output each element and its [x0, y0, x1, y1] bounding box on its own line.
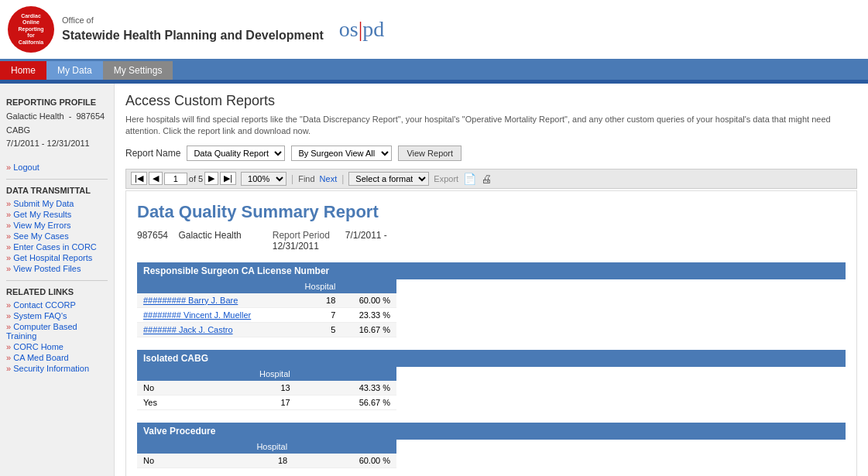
table-row: ######### Barry J. Bare 18 60.00 %	[137, 293, 396, 308]
cabg-row1-label: No	[137, 381, 197, 396]
surgeon-row2-pct: 23.33 %	[341, 307, 396, 322]
report-meta-period: Report Period 7/1/2011 -12/31/2011	[273, 230, 387, 252]
cabg-row2-pct: 56.67 %	[297, 395, 396, 409]
table-row: ######## Vincent J. Mueller 7 23.33 %	[137, 307, 396, 322]
report-section-valve: Valve Procedure Hospital No 18 60	[137, 423, 846, 468]
date-range: 7/1/2011 - 12/31/2011	[6, 139, 90, 148]
sidebar-divider1	[6, 179, 108, 180]
report-content: Data Quality Summary Report 987654 Galac…	[125, 190, 857, 476]
sidebar-link-cbt[interactable]: Computer Based Training	[6, 321, 108, 341]
sidebar-link-view-posted[interactable]: View Posted Files	[6, 263, 108, 274]
hospital-name: Galactic Health	[6, 111, 64, 121]
cabg-row1-pct: 43.33 %	[297, 381, 396, 396]
surgeon-row1-label[interactable]: ######### Barry J. Bare	[137, 293, 288, 308]
toolbar-next-btn[interactable]: ▶	[204, 172, 218, 185]
sidebar-link-errors[interactable]: View My Errors	[6, 220, 108, 231]
sidebar-link-hospital-reports[interactable]: Get Hospital Reports	[6, 252, 108, 263]
valve-col-label	[137, 440, 192, 454]
toolbar-icon2: 🖨	[481, 173, 492, 185]
toolbar-icon1: 📄	[463, 173, 476, 185]
sidebar-link-corc-home[interactable]: CORC Home	[6, 341, 108, 352]
report-name-select[interactable]: Data Quality Report	[187, 146, 285, 161]
logout-link[interactable]: Logout	[6, 162, 108, 173]
surgeon-row3-hospital: 5	[288, 322, 342, 337]
related-links-title: RELATED LINKS	[6, 287, 108, 296]
table-row: Yes 17 56.67 %	[137, 395, 396, 409]
logo-area: CardiacOnlineReportingforCalifornia Offi…	[8, 6, 384, 53]
valve-row1-hospital: 18	[192, 454, 293, 468]
surgeon-row3-pct: 16.67 %	[341, 322, 396, 337]
toolbar-zoom-select[interactable]: 100%	[241, 172, 286, 186]
nav-mysettings[interactable]: My Settings	[103, 61, 173, 80]
cabg-row2-hospital: 17	[197, 395, 297, 409]
oshpd-logo: os|pd	[339, 17, 385, 42]
report-section-cabg: Isolated CABG Hospital No 13 43.3	[137, 350, 846, 410]
table-row: No 13 43.33 %	[137, 381, 396, 396]
report-controls: Report Name Data Quality Report By Surge…	[125, 146, 857, 161]
toolbar-first-btn[interactable]: |◀	[131, 172, 147, 185]
page-desc: Here hospitals will find special reports…	[125, 114, 857, 138]
report-view-select[interactable]: By Surgeon View All	[291, 146, 392, 161]
toolbar-last-btn[interactable]: ▶|	[220, 172, 236, 185]
sidebar-link-faq[interactable]: System FAQ's	[6, 310, 108, 321]
sidebar-profile-info: Galactic Health - 987654 CABG 7/1/2011 -…	[6, 110, 108, 151]
content-area: Access Custom Reports Here hospitals wil…	[115, 84, 868, 476]
sidebar-link-contact[interactable]: Contact CCORP	[6, 300, 108, 310]
report-name-label: Report Name	[125, 148, 180, 159]
surgeon-col-label	[137, 279, 288, 293]
navbar: Home My Data My Settings	[0, 61, 868, 80]
cabg-row1-hospital: 13	[197, 381, 297, 396]
table-row: ####### Jack J. Castro 5 16.67 %	[137, 322, 396, 337]
report-hospital-name: Galactic Health	[178, 230, 241, 241]
section-cabg-title: Isolated CABG	[137, 350, 846, 367]
surgeon-row2-hospital: 7	[288, 307, 342, 322]
surgeon-row2-label[interactable]: ######## Vincent J. Mueller	[137, 307, 288, 322]
cabg-col-label	[137, 367, 197, 381]
toolbar-nav: |◀ ◀ of 5 ▶ ▶|	[131, 172, 236, 185]
toolbar-prev-btn[interactable]: ◀	[149, 172, 163, 185]
report-hospital-id: 987654	[137, 230, 168, 241]
report-section-surgeon: Responsible Surgeon CA License Number Ho…	[137, 262, 846, 337]
cabg-row2-label: Yes	[137, 395, 197, 409]
sidebar-link-results[interactable]: Get My Results	[6, 209, 108, 220]
toolbar-page-total: of 5	[189, 174, 203, 183]
sidebar-link-security[interactable]: Security Information	[6, 363, 108, 374]
valve-col-pct	[293, 440, 396, 454]
surgeon-table: Hospital ######### Barry J. Bare 18 60.0…	[137, 279, 396, 337]
data-transmittal-title: DATA TRANSMITTAL	[6, 186, 108, 195]
section-surgeon-title: Responsible Surgeon CA License Number	[137, 262, 846, 279]
sidebar-divider2	[6, 280, 108, 281]
toolbar-find-label: Find	[298, 174, 314, 183]
header: CardiacOnlineReportingforCalifornia Offi…	[0, 0, 868, 61]
valve-row1-label: No	[137, 454, 192, 468]
section-valve-title: Valve Procedure	[137, 423, 846, 440]
toolbar-page-input[interactable]	[164, 173, 187, 185]
nav-mydata[interactable]: My Data	[46, 61, 103, 80]
main-container: REPORTING PROFILE Galactic Health - 9876…	[0, 84, 868, 476]
toolbar-format-select[interactable]: Select a format	[348, 172, 429, 186]
logo-inner-text: CardiacOnlineReportingforCalifornia	[18, 13, 43, 46]
sidebar-link-submit[interactable]: Submit My Data	[6, 198, 108, 209]
report-meta-hospital: 987654 Galactic Health	[137, 230, 242, 252]
view-report-button[interactable]: View Report	[398, 146, 461, 161]
report-toolbar: |◀ ◀ of 5 ▶ ▶| 100% | Find Next | Select…	[125, 169, 857, 189]
cabg-col-pct	[297, 367, 396, 381]
toolbar-export-label: Export	[434, 174, 458, 183]
valve-table: Hospital No 18 60.00 %	[137, 440, 396, 468]
valve-row1-pct: 60.00 %	[293, 454, 396, 468]
sidebar-link-med-board[interactable]: CA Med Board	[6, 352, 108, 363]
report-period-label: Report Period	[273, 230, 330, 241]
cabg-table: Hospital No 13 43.33 % Yes 17	[137, 367, 396, 410]
toolbar-next-label[interactable]: Next	[320, 174, 338, 183]
toolbar-sep1: |	[291, 173, 293, 184]
sidebar-link-enter-cases[interactable]: Enter Cases in CORC	[6, 241, 108, 252]
surgeon-row3-label[interactable]: ####### Jack J. Castro	[137, 322, 288, 337]
table-row: No 18 60.00 %	[137, 454, 396, 468]
specialty: CABG	[6, 125, 30, 135]
sidebar-link-cases[interactable]: See My Cases	[6, 231, 108, 241]
nav-home[interactable]: Home	[0, 61, 46, 80]
surgeon-row1-hospital: 18	[288, 293, 342, 308]
cabg-col-hospital: Hospital	[197, 367, 297, 381]
surgeon-row1-pct: 60.00 %	[341, 293, 396, 308]
valve-col-hospital: Hospital	[192, 440, 293, 454]
